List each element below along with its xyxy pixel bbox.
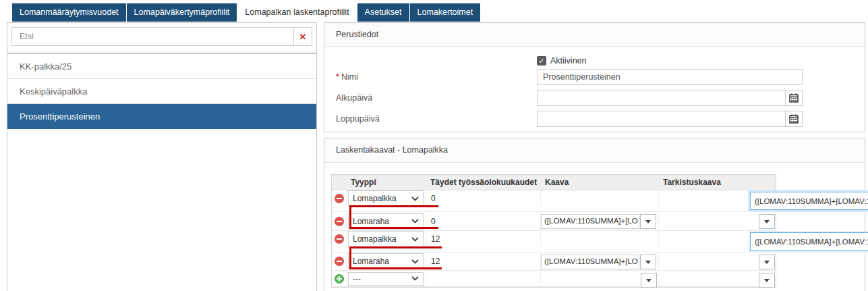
header-icon-spacer	[332, 175, 347, 190]
tab-asetukset[interactable]: Asetukset	[357, 3, 409, 22]
tyyppi-select[interactable]: Lomaraha	[348, 253, 424, 269]
kaava-textarea[interactable]: ([LOMAV:110SUMMA]+[LOMAV:10SUMMA]+[LOMAV…	[750, 192, 868, 210]
alkupaiva-field[interactable]	[537, 90, 803, 106]
months-value: 12	[426, 231, 541, 247]
chevron-down-icon	[411, 276, 419, 281]
months-value	[426, 271, 541, 286]
dropdown-arrow-icon	[646, 279, 652, 282]
nimi-value: Prosenttiperusteinen	[538, 70, 802, 84]
column-header-kaava: Kaava	[541, 175, 659, 190]
remove-row-icon[interactable]	[335, 194, 344, 203]
column-header-taydet: Täydet työssäolokuukaudet	[426, 175, 541, 190]
check-icon: ✓	[538, 57, 544, 65]
kaava-dropdown-button[interactable]	[641, 273, 657, 288]
months-value: 0	[426, 212, 541, 230]
clear-search-button[interactable]: ✕	[293, 28, 312, 45]
tyyppi-select[interactable]: Lomapalkka	[348, 190, 424, 207]
table-row: Lomaraha 0 ([LOMAV:110SUMMA]+[LO	[332, 212, 776, 231]
table-row: Lomapalkka 12 ([LOMAV:110SUMMA]+[LOMAV:1…	[332, 231, 776, 253]
close-icon: ✕	[299, 32, 307, 42]
tyyppi-select-value: Lomaraha	[353, 217, 389, 226]
kaava-textarea[interactable]: ([LOMAV:110SUMMA]+[LOMAV:10SUMMA]+[LOMAV…	[750, 232, 868, 251]
dropdown-arrow-icon	[645, 220, 651, 223]
add-row-icon[interactable]	[335, 274, 344, 284]
list-item-kk-palkka[interactable]: KK-palkka/25	[7, 54, 316, 79]
search-box: ✕	[11, 27, 312, 46]
chevron-down-icon	[411, 219, 419, 223]
aktiivinen-checkbox[interactable]: ✓	[537, 56, 546, 65]
profile-list: KK-palkka/25 Keskipäiväpalkka Prosenttip…	[7, 53, 316, 129]
column-header-tyyppi: Tyyppi	[347, 175, 426, 190]
loppupaiva-value	[538, 111, 785, 126]
tarkistuskaava-dropdown-button[interactable]	[759, 214, 775, 229]
kaava-formula-text: ([LOMAV:110SUMMA]+[LOMAV:10SUMMA]+[LOMAV…	[755, 238, 868, 246]
calendar-icon	[789, 93, 799, 103]
table-row: Lomaraha 12 ([LOMAV:110SUMMA]+[LO	[332, 253, 776, 271]
nimi-field[interactable]: Prosenttiperusteinen	[537, 69, 803, 85]
profile-sidebar: ✕ KK-palkka/25 Keskipäiväpalkka Prosentt…	[7, 22, 317, 291]
dropdown-arrow-icon	[764, 220, 770, 223]
kaava-dropdown-button[interactable]	[640, 255, 656, 269]
table-row-new: ---	[332, 271, 776, 287]
loppupaiva-field[interactable]	[537, 111, 803, 127]
months-value: 0	[426, 190, 541, 207]
remove-row-icon[interactable]	[335, 257, 344, 266]
required-mark: *	[336, 72, 339, 82]
calendar-icon	[789, 114, 799, 124]
nimi-label: *Nimi	[336, 72, 358, 82]
loppupaiva-datepicker-button[interactable]	[785, 111, 802, 126]
dropdown-arrow-icon	[645, 261, 651, 264]
alkupaiva-datepicker-button[interactable]	[785, 90, 802, 105]
chevron-down-icon	[411, 196, 419, 201]
search-input[interactable]	[12, 28, 293, 45]
tab-lomanmaaraytymisvuodet[interactable]: Lomanmääräytymisvuodet	[12, 3, 126, 22]
laskentakaavat-header: Laskentakaavat - Lomapalkka	[324, 138, 865, 163]
remove-row-icon[interactable]	[335, 234, 344, 244]
kaava-combobox-input[interactable]: ([LOMAV:110SUMMA]+[LO	[541, 214, 639, 229]
months-value: 12	[426, 253, 541, 270]
chevron-down-icon	[411, 259, 419, 264]
chevron-down-icon	[411, 237, 419, 242]
remove-row-icon[interactable]	[335, 217, 344, 226]
tyyppi-select[interactable]: Lomaraha	[348, 213, 424, 230]
aktiivinen-row: ✓ Aktiivinen	[537, 56, 587, 65]
laskentakaavat-panel: Laskentakaavat - Lomapalkka Tyyppi Täyde…	[324, 138, 865, 291]
kaava-combobox-input[interactable]: ([LOMAV:110SUMMA]+[LO	[541, 255, 639, 269]
kaava-dropdown-button[interactable]	[640, 214, 656, 229]
kaava-combobox: ([LOMAV:110SUMMA]+[LO	[541, 255, 656, 269]
loppupaiva-label: Loppupäivä	[336, 114, 380, 124]
formula-table: Tyyppi Täydet työssäolokuukaudet Kaava T…	[331, 174, 776, 288]
table-header-row: Tyyppi Täydet työssäolokuukaudet Kaava T…	[332, 175, 776, 190]
nimi-label-text: Nimi	[341, 72, 358, 82]
list-item-prosenttiperusteinen[interactable]: Prosenttiperusteinen	[7, 104, 316, 129]
perustiedot-header: Perustiedot	[324, 23, 865, 47]
perustiedot-panel: Perustiedot ✓ Aktiivinen *Nimi Prosentti…	[324, 22, 865, 132]
tab-bar: Lomanmääräytymisvuodet Lomapäiväkertymäp…	[12, 3, 481, 22]
list-item-keskipaivapalkka[interactable]: Keskipäiväpalkka	[7, 79, 316, 104]
tab-lomapalkan-laskentaprofiilit[interactable]: Lomapalkan laskentaprofiilit	[237, 3, 356, 22]
column-header-tarkistuskaava: Tarkistuskaava	[659, 175, 777, 190]
dropdown-arrow-icon	[764, 279, 770, 282]
tab-lomakertoimet[interactable]: Lomakertoimet	[410, 3, 481, 22]
tyyppi-select-value: ---	[353, 274, 361, 284]
kaava-combobox: ([LOMAV:110SUMMA]+[LO	[541, 214, 656, 229]
kaava-formula-text: ([LOMAV:110SUMMA]+[LOMAV:10SUMMA]+[LOMAV…	[755, 197, 868, 205]
tarkistuskaava-dropdown-button[interactable]	[759, 273, 775, 288]
tyyppi-select[interactable]: Lomapalkka	[348, 231, 424, 247]
table-row: Lomapalkka 0 ([LOMAV:110SUMMA]+[LOMAV:10…	[332, 190, 776, 212]
tyyppi-select-value: Lomapalkka	[353, 194, 397, 203]
tyyppi-select-value: Lomaraha	[353, 257, 389, 266]
dropdown-arrow-icon	[764, 261, 770, 264]
alkupaiva-label: Alkupäivä	[336, 93, 372, 103]
tyyppi-select-value: Lomapalkka	[353, 234, 397, 244]
tarkistuskaava-dropdown-button[interactable]	[759, 255, 775, 269]
aktiivinen-label: Aktiivinen	[550, 56, 587, 65]
tab-lomapaivakertymaprofiilit[interactable]: Lomapäiväkertymäprofiilit	[127, 3, 237, 22]
alkupaiva-value	[538, 90, 785, 105]
tyyppi-select[interactable]: ---	[348, 272, 424, 286]
